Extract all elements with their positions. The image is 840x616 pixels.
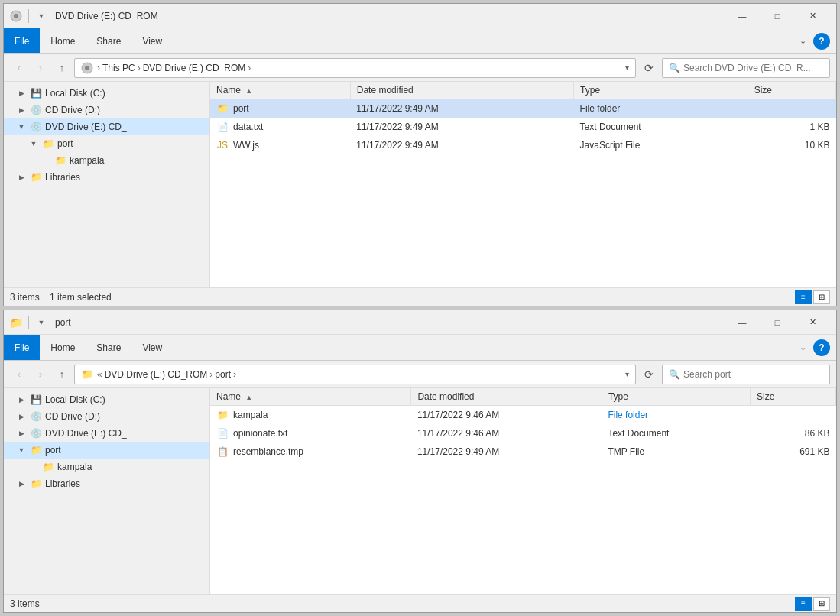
file-table-1: Name ▲ Date modified Type Size 📁 port xyxy=(210,82,836,154)
col-size-1[interactable]: Size xyxy=(748,82,835,99)
sidebar-item-port-2[interactable]: ▼ 📁 port xyxy=(4,442,209,459)
tab-home-2[interactable]: Home xyxy=(40,335,86,360)
col-name-2[interactable]: Name ▲ xyxy=(210,388,411,406)
quick-btn-1[interactable]: ▼ xyxy=(35,10,47,22)
sidebar-item-dvde-1[interactable]: ▼ 💿 DVD Drive (E:) CD_ xyxy=(4,118,209,135)
help-btn-2[interactable]: ? xyxy=(813,339,830,356)
ribbon-chevron-2[interactable]: ⌄ xyxy=(795,340,810,355)
window-icon-1 xyxy=(10,10,22,22)
path-icon-1 xyxy=(81,62,93,74)
search-input-2[interactable] xyxy=(683,369,823,380)
back-btn-1[interactable]: ‹ xyxy=(10,59,28,77)
col-size-2[interactable]: Size xyxy=(751,388,836,406)
tab-share-2[interactable]: Share xyxy=(86,335,131,360)
tab-home-1[interactable]: Home xyxy=(40,28,86,53)
tab-file-2[interactable]: File xyxy=(4,335,40,360)
help-btn-1[interactable]: ? xyxy=(813,33,830,50)
path-seg-thispc-1[interactable]: This PC xyxy=(101,63,137,73)
table-row[interactable]: JS WW.js 11/17/2022 9:49 AM JavaScript F… xyxy=(210,136,836,154)
sidebar-item-port-1[interactable]: ▼ 📁 port xyxy=(4,135,209,152)
view-large-btn-1[interactable]: ⊞ xyxy=(813,290,830,304)
up-btn-2[interactable]: ↑ xyxy=(53,365,71,384)
sidebar-item-dvde-2[interactable]: ▶ 💿 DVD Drive (E:) CD_ xyxy=(4,425,209,442)
tb-divider-1 xyxy=(28,9,29,23)
sidebar-icon-kampala-1: 📁 xyxy=(54,154,66,167)
tab-view-2[interactable]: View xyxy=(131,335,173,360)
sidebar-item-kampala-2[interactable]: 📁 kampala xyxy=(4,459,209,475)
refresh-btn-1[interactable]: ⟳ xyxy=(639,58,659,78)
view-details-btn-2[interactable]: ≡ xyxy=(795,597,812,611)
sidebar-item-kampala-1[interactable]: 📁 kampala xyxy=(4,152,209,169)
file-date-datatxt: 11/17/2022 9:49 AM xyxy=(350,118,573,136)
col-name-1[interactable]: Name ▲ xyxy=(210,82,350,99)
forward-btn-2[interactable]: › xyxy=(31,365,50,384)
tab-share-1[interactable]: Share xyxy=(86,28,131,53)
file-list-2[interactable]: Name ▲ Date modified Type Size 📁 kampala xyxy=(210,388,836,594)
maximize-btn-1[interactable]: □ xyxy=(760,4,795,28)
sidebar-item-cdd-2[interactable]: ▶ 💿 CD Drive (D:) xyxy=(4,408,209,425)
sidebar-item-localc-1[interactable]: ▶ 💾 Local Disk (C:) xyxy=(4,85,209,102)
path-seg-dvdrom-2[interactable]: DVD Drive (E:) CD_ROM xyxy=(103,369,209,380)
path-dropdown-2[interactable]: ▾ xyxy=(625,370,629,378)
address-path-2[interactable]: 📁 « DVD Drive (E:) CD_ROM › port › ▾ xyxy=(74,365,636,384)
tab-file-1[interactable]: File xyxy=(4,28,40,53)
expand-arrow-dvde-1: ▼ xyxy=(16,122,27,132)
file-icon-resemblance: 📋 xyxy=(216,446,229,458)
path-seg-dvd-1[interactable]: DVD Drive (E:) CD_ROM xyxy=(141,63,248,73)
sidebar-item-cdd-1[interactable]: ▶ 💿 CD Drive (D:) xyxy=(4,102,209,118)
file-type-resemblance: TMP File xyxy=(602,443,750,461)
address-path-1[interactable]: › This PC › DVD Drive (E:) CD_ROM › ▾ xyxy=(74,58,636,78)
file-list-1[interactable]: Name ▲ Date modified Type Size 📁 port xyxy=(210,82,836,287)
file-name-resemblance: resemblance.tmp xyxy=(233,446,303,457)
path-dropdown-1[interactable]: ▾ xyxy=(625,63,629,72)
view-details-btn-1[interactable]: ≡ xyxy=(795,290,812,304)
quick-access-1: ▼ xyxy=(35,10,47,22)
col-type-2[interactable]: Type xyxy=(602,388,750,406)
file-date-resemblance: 11/17/2022 9:49 AM xyxy=(411,443,602,461)
sidebar-item-libraries-2[interactable]: ▶ 📁 Libraries xyxy=(4,475,209,492)
table-row[interactable]: 📁 kampala 11/17/2022 9:46 AM File folder xyxy=(210,406,836,424)
sidebar-item-libraries-1[interactable]: ▶ 📁 Libraries xyxy=(4,169,209,186)
window-icon-2: 📁 xyxy=(10,316,22,329)
back-btn-2[interactable]: ‹ xyxy=(10,365,28,384)
minimize-btn-1[interactable]: — xyxy=(725,4,760,28)
view-large-btn-2[interactable]: ⊞ xyxy=(813,597,830,611)
path-seg-port-2[interactable]: port xyxy=(213,369,232,380)
status-selected-1: 1 item selected xyxy=(50,292,112,303)
col-type-1[interactable]: Type xyxy=(574,82,748,99)
ribbon-chevron-1[interactable]: ⌄ xyxy=(795,34,810,49)
sidebar-label-kampala-1: kampala xyxy=(70,155,104,166)
expand-arrow-port-1: ▼ xyxy=(28,138,39,149)
main-area-2: ▶ 💾 Local Disk (C:) ▶ 💿 CD Drive (D:) ▶ … xyxy=(4,388,836,594)
maximize-btn-2[interactable]: □ xyxy=(760,310,795,335)
table-row[interactable]: 📁 port 11/17/2022 9:49 AM File folder xyxy=(210,99,836,118)
up-btn-1[interactable]: ↑ xyxy=(53,59,71,77)
status-bar-2: 3 items ≡ ⊞ xyxy=(4,594,836,612)
sidebar-item-localc-2[interactable]: ▶ 💾 Local Disk (C:) xyxy=(4,391,209,408)
sidebar-label-localc-2: Local Disk (C:) xyxy=(45,394,105,405)
search-icon-2: 🔍 xyxy=(669,369,680,380)
col-date-2[interactable]: Date modified xyxy=(411,388,602,406)
search-box-1: 🔍 xyxy=(662,58,830,78)
sidebar-icon-port-2: 📁 xyxy=(30,444,42,456)
search-input-1[interactable] xyxy=(683,63,823,73)
close-btn-2[interactable]: ✕ xyxy=(795,310,830,335)
table-row[interactable]: 📄 data.txt 11/17/2022 9:49 AM Text Docum… xyxy=(210,118,836,136)
window-2: 📁 ▼ port — □ ✕ File Home Share View ⌄ ? … xyxy=(3,310,837,613)
minimize-btn-2[interactable]: — xyxy=(725,310,760,335)
title-bar-2: 📁 ▼ port — □ ✕ xyxy=(4,310,836,335)
sidebar-icon-dvde-1: 💿 xyxy=(30,121,42,133)
table-row[interactable]: 📋 resemblance.tmp 11/17/2022 9:49 AM TMP… xyxy=(210,443,836,461)
close-btn-1[interactable]: ✕ xyxy=(795,4,830,28)
file-size-datatxt: 1 KB xyxy=(748,118,835,136)
forward-btn-1[interactable]: › xyxy=(31,59,50,77)
file-size-port xyxy=(748,99,835,118)
refresh-btn-2[interactable]: ⟳ xyxy=(639,365,659,384)
quick-btn-2[interactable]: ▼ xyxy=(35,316,47,329)
tab-view-1[interactable]: View xyxy=(131,28,173,53)
col-date-1[interactable]: Date modified xyxy=(350,82,573,99)
file-date-wwjs: 11/17/2022 9:49 AM xyxy=(350,136,573,154)
table-row[interactable]: 📄 opinionate.txt 11/17/2022 9:46 AM Text… xyxy=(210,424,836,443)
status-right-1: ≡ ⊞ xyxy=(795,290,830,304)
svg-point-3 xyxy=(85,66,89,70)
